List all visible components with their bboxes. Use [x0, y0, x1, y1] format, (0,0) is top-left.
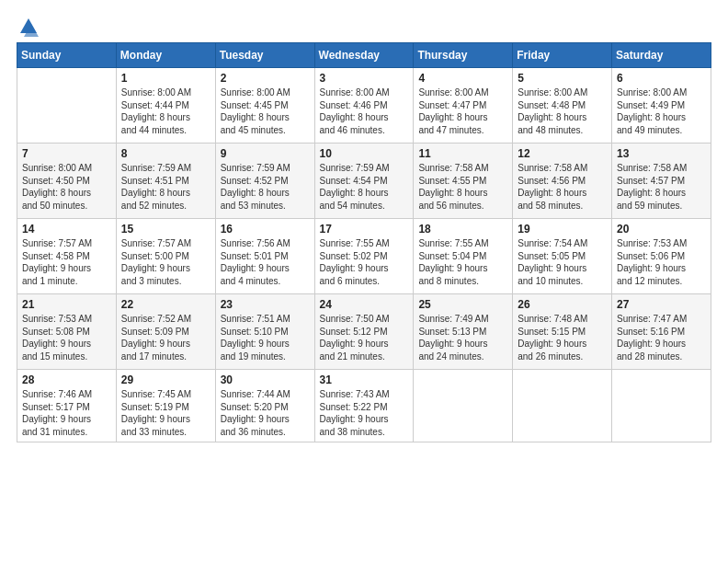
week-row-4: 28Sunrise: 7:46 AM Sunset: 5:17 PM Dayli… [17, 370, 711, 442]
day-info: Sunrise: 7:57 AM Sunset: 4:58 PM Dayligh… [22, 237, 111, 287]
day-number: 23 [221, 298, 310, 311]
day-number: 17 [320, 223, 409, 236]
calendar-cell: 20Sunrise: 7:53 AM Sunset: 5:06 PM Dayli… [612, 219, 711, 294]
calendar-table: SundayMondayTuesdayWednesdayThursdayFrid… [17, 42, 711, 442]
weekday-header-row: SundayMondayTuesdayWednesdayThursdayFrid… [17, 43, 711, 68]
weekday-header-thursday: Thursday [414, 43, 513, 68]
day-info: Sunrise: 7:56 AM Sunset: 5:01 PM Dayligh… [221, 237, 310, 287]
day-info: Sunrise: 7:58 AM Sunset: 4:55 PM Dayligh… [418, 162, 507, 212]
day-info: Sunrise: 7:53 AM Sunset: 5:06 PM Dayligh… [617, 237, 706, 287]
day-info: Sunrise: 7:59 AM Sunset: 4:51 PM Dayligh… [121, 162, 210, 212]
day-number: 29 [121, 373, 210, 386]
calendar-cell: 5Sunrise: 8:00 AM Sunset: 4:48 PM Daylig… [513, 68, 612, 144]
calendar-cell [17, 68, 117, 144]
day-number: 18 [418, 223, 507, 236]
day-info: Sunrise: 7:59 AM Sunset: 4:54 PM Dayligh… [320, 162, 409, 212]
calendar-cell: 7Sunrise: 8:00 AM Sunset: 4:50 PM Daylig… [17, 144, 117, 219]
calendar-cell: 29Sunrise: 7:45 AM Sunset: 5:19 PM Dayli… [116, 370, 215, 442]
day-info: Sunrise: 7:52 AM Sunset: 5:09 PM Dayligh… [121, 313, 210, 362]
calendar-cell: 26Sunrise: 7:48 AM Sunset: 5:15 PM Dayli… [513, 294, 612, 370]
day-info: Sunrise: 7:47 AM Sunset: 5:16 PM Dayligh… [617, 313, 706, 362]
day-number: 5 [518, 72, 607, 85]
day-number: 6 [617, 72, 706, 85]
day-info: Sunrise: 7:58 AM Sunset: 4:56 PM Dayligh… [518, 162, 607, 212]
calendar-cell: 21Sunrise: 7:53 AM Sunset: 5:08 PM Dayli… [17, 294, 117, 370]
day-info: Sunrise: 8:00 AM Sunset: 4:46 PM Dayligh… [320, 86, 409, 136]
day-info: Sunrise: 7:45 AM Sunset: 5:19 PM Dayligh… [121, 388, 210, 438]
day-info: Sunrise: 8:00 AM Sunset: 4:50 PM Dayligh… [22, 162, 111, 212]
calendar-cell: 9Sunrise: 7:59 AM Sunset: 4:52 PM Daylig… [215, 144, 314, 219]
day-info: Sunrise: 8:00 AM Sunset: 4:45 PM Dayligh… [221, 86, 310, 136]
day-info: Sunrise: 7:43 AM Sunset: 5:22 PM Dayligh… [320, 388, 409, 438]
day-number: 22 [121, 298, 210, 311]
calendar-cell: 3Sunrise: 8:00 AM Sunset: 4:46 PM Daylig… [314, 68, 414, 144]
calendar-cell: 16Sunrise: 7:56 AM Sunset: 5:01 PM Dayli… [215, 219, 314, 294]
calendar-cell: 10Sunrise: 7:59 AM Sunset: 4:54 PM Dayli… [314, 144, 414, 219]
day-number: 12 [518, 147, 607, 160]
calendar-cell: 28Sunrise: 7:46 AM Sunset: 5:17 PM Dayli… [17, 370, 117, 442]
day-info: Sunrise: 8:00 AM Sunset: 4:44 PM Dayligh… [121, 86, 210, 136]
weekday-header-tuesday: Tuesday [215, 43, 314, 68]
calendar-cell: 18Sunrise: 7:55 AM Sunset: 5:04 PM Dayli… [414, 219, 513, 294]
calendar-cell: 12Sunrise: 7:58 AM Sunset: 4:56 PM Dayli… [513, 144, 612, 219]
day-number: 24 [320, 298, 409, 311]
calendar-cell: 13Sunrise: 7:58 AM Sunset: 4:57 PM Dayli… [612, 144, 711, 219]
day-number: 1 [121, 72, 210, 85]
day-number: 25 [418, 298, 507, 311]
calendar-cell: 27Sunrise: 7:47 AM Sunset: 5:16 PM Dayli… [612, 294, 711, 370]
day-info: Sunrise: 7:51 AM Sunset: 5:10 PM Dayligh… [221, 313, 310, 362]
calendar-page: SundayMondayTuesdayWednesdayThursdayFrid… [0, 0, 728, 563]
day-info: Sunrise: 7:59 AM Sunset: 4:52 PM Dayligh… [221, 162, 310, 212]
logo [17, 17, 39, 33]
calendar-cell: 23Sunrise: 7:51 AM Sunset: 5:10 PM Dayli… [215, 294, 314, 370]
day-number: 15 [121, 223, 210, 236]
calendar-cell: 22Sunrise: 7:52 AM Sunset: 5:09 PM Dayli… [116, 294, 215, 370]
day-info: Sunrise: 7:50 AM Sunset: 5:12 PM Dayligh… [320, 313, 409, 362]
calendar-cell: 4Sunrise: 8:00 AM Sunset: 4:47 PM Daylig… [414, 68, 513, 144]
day-info: Sunrise: 8:00 AM Sunset: 4:47 PM Dayligh… [418, 86, 507, 136]
day-number: 20 [617, 223, 706, 236]
weekday-header-monday: Monday [116, 43, 215, 68]
calendar-cell: 8Sunrise: 7:59 AM Sunset: 4:51 PM Daylig… [116, 144, 215, 219]
logo-text [17, 17, 39, 37]
weekday-header-saturday: Saturday [612, 43, 711, 68]
calendar-cell: 25Sunrise: 7:49 AM Sunset: 5:13 PM Dayli… [414, 294, 513, 370]
day-info: Sunrise: 8:00 AM Sunset: 4:49 PM Dayligh… [617, 86, 706, 136]
day-info: Sunrise: 7:48 AM Sunset: 5:15 PM Dayligh… [518, 313, 607, 362]
calendar-cell: 19Sunrise: 7:54 AM Sunset: 5:05 PM Dayli… [513, 219, 612, 294]
day-number: 28 [22, 373, 111, 386]
calendar-cell: 17Sunrise: 7:55 AM Sunset: 5:02 PM Dayli… [314, 219, 414, 294]
day-info: Sunrise: 7:58 AM Sunset: 4:57 PM Dayligh… [617, 162, 706, 212]
week-row-2: 14Sunrise: 7:57 AM Sunset: 4:58 PM Dayli… [17, 219, 711, 294]
logo-icon [18, 17, 39, 37]
day-number: 16 [221, 223, 310, 236]
day-number: 9 [221, 147, 310, 160]
week-row-1: 7Sunrise: 8:00 AM Sunset: 4:50 PM Daylig… [17, 144, 711, 219]
day-number: 14 [22, 223, 111, 236]
day-number: 31 [320, 373, 409, 386]
day-number: 30 [221, 373, 310, 386]
day-info: Sunrise: 7:57 AM Sunset: 5:00 PM Dayligh… [121, 237, 210, 287]
header [17, 17, 711, 33]
day-number: 2 [221, 72, 310, 85]
day-number: 3 [320, 72, 409, 85]
calendar-cell: 15Sunrise: 7:57 AM Sunset: 5:00 PM Dayli… [116, 219, 215, 294]
week-row-0: 1Sunrise: 8:00 AM Sunset: 4:44 PM Daylig… [17, 68, 711, 144]
calendar-cell: 14Sunrise: 7:57 AM Sunset: 4:58 PM Dayli… [17, 219, 117, 294]
day-info: Sunrise: 7:44 AM Sunset: 5:20 PM Dayligh… [221, 388, 310, 438]
calendar-cell: 11Sunrise: 7:58 AM Sunset: 4:55 PM Dayli… [414, 144, 513, 219]
day-number: 19 [518, 223, 607, 236]
day-info: Sunrise: 7:53 AM Sunset: 5:08 PM Dayligh… [22, 313, 111, 362]
calendar-cell: 1Sunrise: 8:00 AM Sunset: 4:44 PM Daylig… [116, 68, 215, 144]
day-number: 8 [121, 147, 210, 160]
day-number: 13 [617, 147, 706, 160]
day-number: 21 [22, 298, 111, 311]
day-info: Sunrise: 7:55 AM Sunset: 5:04 PM Dayligh… [418, 237, 507, 287]
day-info: Sunrise: 7:49 AM Sunset: 5:13 PM Dayligh… [418, 313, 507, 362]
day-info: Sunrise: 7:54 AM Sunset: 5:05 PM Dayligh… [518, 237, 607, 287]
weekday-header-friday: Friday [513, 43, 612, 68]
day-number: 26 [518, 298, 607, 311]
calendar-cell: 6Sunrise: 8:00 AM Sunset: 4:49 PM Daylig… [612, 68, 711, 144]
weekday-header-sunday: Sunday [17, 43, 117, 68]
calendar-cell: 24Sunrise: 7:50 AM Sunset: 5:12 PM Dayli… [314, 294, 414, 370]
